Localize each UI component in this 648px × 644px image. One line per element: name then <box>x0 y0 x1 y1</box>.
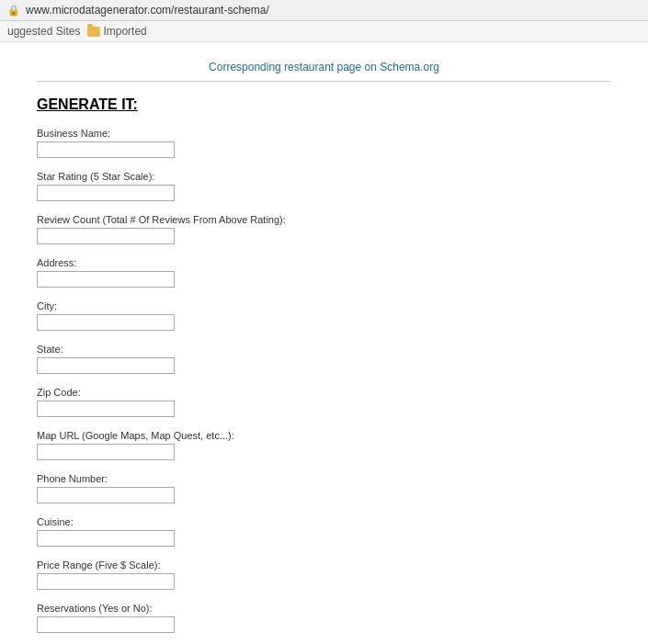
cuisine-input[interactable] <box>37 530 175 547</box>
schema-org-link[interactable]: Corresponding restaurant page on Schema.… <box>37 61 611 82</box>
city-input[interactable] <box>37 314 175 331</box>
city-group: City: <box>37 300 611 331</box>
star-rating-group: Star Rating (5 Star Scale): <box>37 171 611 201</box>
star-rating-label: Star Rating (5 Star Scale): <box>37 171 611 182</box>
phone-number-group: Phone Number: <box>37 473 611 503</box>
url-text: www.microdatagenerator.com/restaurant-sc… <box>26 4 269 17</box>
url-icon: 🔒 <box>7 5 20 17</box>
folder-icon <box>87 27 100 37</box>
address-label: Address: <box>37 257 611 268</box>
business-name-group: Business Name: <box>37 128 611 158</box>
star-rating-input[interactable] <box>37 185 175 201</box>
address-input[interactable] <box>37 271 175 288</box>
price-range-label: Price Range (Five $ Scale): <box>37 559 611 571</box>
browser-url-bar: 🔒 www.microdatagenerator.com/restaurant-… <box>0 0 648 21</box>
page-content: Corresponding restaurant page on Schema.… <box>0 42 648 644</box>
zip-code-label: Zip Code: <box>37 387 611 398</box>
state-group: State: <box>37 344 611 374</box>
phone-number-label: Phone Number: <box>37 473 611 484</box>
zip-code-group: Zip Code: <box>37 387 611 417</box>
review-count-input[interactable] <box>37 228 175 244</box>
bookmarks-bar: uggested Sites Imported <box>0 21 648 42</box>
map-url-label: Map URL (Google Maps, Map Quest, etc...)… <box>37 430 611 441</box>
map-url-input[interactable] <box>37 444 175 460</box>
restaurant-form: Business Name: Star Rating (5 Star Scale… <box>37 128 611 644</box>
imported-label: Imported <box>103 25 146 38</box>
reservations-group: Reservations (Yes or No): <box>37 603 611 633</box>
map-url-group: Map URL (Google Maps, Map Quest, etc...)… <box>37 430 611 460</box>
imported-folder[interactable]: Imported <box>87 25 146 38</box>
city-label: City: <box>37 300 611 311</box>
generate-title: GENERATE IT: <box>37 96 611 113</box>
business-name-label: Business Name: <box>37 128 611 139</box>
state-label: State: <box>37 344 611 355</box>
price-range-input[interactable] <box>37 573 175 590</box>
zip-code-input[interactable] <box>37 401 175 417</box>
review-count-group: Review Count (Total # Of Reviews From Ab… <box>37 214 611 244</box>
reservations-input[interactable] <box>37 616 175 633</box>
state-input[interactable] <box>37 357 175 374</box>
price-range-group: Price Range (Five $ Scale): <box>37 559 611 590</box>
review-count-label: Review Count (Total # Of Reviews From Ab… <box>37 214 611 225</box>
cuisine-group: Cuisine: <box>37 516 611 547</box>
cuisine-label: Cuisine: <box>37 516 611 527</box>
reservations-label: Reservations (Yes or No): <box>37 603 611 614</box>
business-name-input[interactable] <box>37 141 175 158</box>
phone-number-input[interactable] <box>37 487 175 503</box>
suggested-sites-label: uggested Sites <box>7 25 80 38</box>
address-group: Address: <box>37 257 611 288</box>
